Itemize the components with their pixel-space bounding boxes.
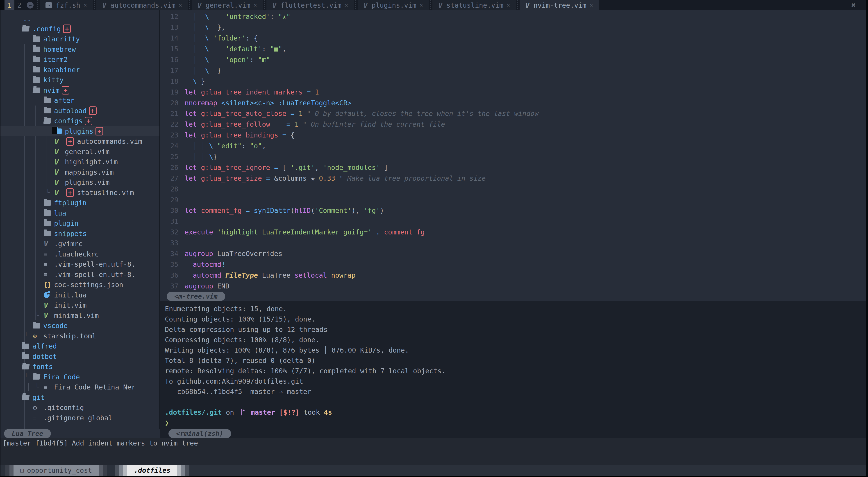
terminal-pane[interactable]: Enumerating objects: 15, done.Counting o… [160, 301, 866, 429]
close-all-icon[interactable]: ✖ [841, 0, 866, 10]
tree-item-coc-settings.json[interactable]: {}coc-settings.json [0, 280, 159, 290]
tree-item-init.lua[interactable]: init.lua [0, 290, 159, 300]
tree-item-karabiner[interactable]: karabiner [0, 65, 159, 75]
tree-item-dotbot[interactable]: dotbot [0, 351, 159, 362]
folder-open-icon [43, 118, 51, 124]
tree-item-plugins[interactable]: plugins+ [0, 126, 159, 137]
code-token [270, 164, 274, 171]
code-token: }, [209, 24, 225, 31]
tree-item-label: init.lua [54, 291, 87, 299]
line-number: 16 [160, 56, 185, 64]
tree-item-label: mappings.vim [65, 168, 114, 176]
code-token [197, 121, 201, 128]
gear-icon: ⚙ [33, 332, 37, 340]
tree-item-.vim-spell-en.utf-8.[interactable]: ≡.vim-spell-en.utf-8. [0, 270, 159, 280]
code-token: &columns ★ [270, 174, 319, 182]
tree-item-nvim[interactable]: nvim+ [0, 85, 159, 96]
code-token [299, 121, 303, 128]
session-refresh-icon[interactable]: ← [24, 0, 36, 10]
tree-item-autoload[interactable]: autoload+ [0, 106, 159, 116]
code-editor[interactable]: 12 │ \ 'untracked': "★"13 │ \ },14 │ \ '… [160, 10, 866, 292]
tree-item-.config[interactable]: .config+ [0, 24, 159, 34]
tab-close-icon[interactable]: × [420, 2, 423, 8]
tree-item-mappings.vim[interactable]: Vmappings.vim [0, 167, 159, 177]
tab-close-icon[interactable]: × [83, 2, 87, 8]
tree-item-ftplugin[interactable]: ftplugin [0, 198, 159, 208]
tmux-window-.dotfiles[interactable]: .dotfiles [115, 465, 190, 476]
tab-close-icon[interactable]: × [253, 2, 257, 8]
tree-item-starship.toml[interactable]: └⚙starship.toml [0, 331, 159, 341]
code-token: \ [209, 142, 213, 150]
tree-item-after[interactable]: after [0, 95, 159, 106]
tab-fzf.sh[interactable]: >fzf.sh× [40, 0, 93, 10]
code-line-text: autocmd! [185, 261, 225, 268]
code-token: let [185, 207, 197, 214]
tree-item-.gitconfig[interactable]: ⚙.gitconfig [0, 403, 159, 413]
tree-item-Fira-Code-Retina-Ner[interactable]: │└≡Fira Code Retina Ner [0, 382, 159, 393]
buffer-tabs: >fzf.sh×Vautocommands.vim×Vgeneral.vim×V… [40, 0, 599, 10]
tab-plugins.vim[interactable]: Vplugins.vim× [358, 0, 429, 10]
line-number: 14 [160, 34, 185, 42]
tab-label: autocommands.vim [111, 1, 176, 9]
tree-item-minimal.vim[interactable]: └Vminimal.vim [0, 310, 159, 321]
tree-item-label: git [32, 394, 44, 401]
tree-item-autocommands.vim[interactable]: V+autocommands.vim [0, 136, 159, 147]
code-token [278, 131, 282, 139]
tree-item-general.vim[interactable]: Vgeneral.vim [0, 147, 159, 157]
tmux-window-opportunitycost[interactable]: □opportunity_cost [5, 465, 107, 476]
tree-item-alfred[interactable]: alfred [0, 341, 159, 351]
tab-autocommands.vim[interactable]: Vautocommands.vim× [96, 0, 188, 10]
tree-item-label: plugin [54, 219, 79, 227]
tab-close-icon[interactable]: × [345, 2, 348, 8]
tree-item-label: alfred [32, 342, 57, 350]
tree-item-git[interactable]: git [0, 393, 159, 403]
tree-item-statusline.vim[interactable]: └V+statusline.vim [0, 188, 159, 198]
tree-item-configs[interactable]: configs+ [0, 116, 159, 126]
tree-item-alacritty[interactable]: alacritty [0, 34, 159, 44]
tab-window-number[interactable]: 2 [14, 0, 24, 10]
code-token [221, 271, 225, 279]
tab-nvim-tree.vim[interactable]: Vnvim-tree.vim× [520, 0, 599, 10]
file-tree-panel: ...config+alacrittyhomebrewiterm2karabin… [0, 10, 160, 429]
tree-item-homebrew[interactable]: homebrew [0, 44, 159, 55]
code-line: 13 │ \ }, [160, 22, 866, 33]
terminal-line: Counting objects: 100% (15/15), done. [165, 314, 866, 324]
tree-item-..[interactable]: .. [0, 13, 159, 24]
tree-item-fonts[interactable]: fonts [0, 362, 159, 372]
tree-item-snippets[interactable]: snippets [0, 229, 159, 239]
tab-window-number[interactable]: 1 [4, 0, 14, 10]
tab-close-icon[interactable]: × [179, 2, 182, 8]
tree-item-init.vim[interactable]: Vinit.vim [0, 300, 159, 310]
tree-item-highlight.vim[interactable]: Vhighlight.vim [0, 157, 159, 167]
code-line: 17 │ \ } [160, 65, 866, 76]
tree-item-kitty[interactable]: kitty [0, 75, 159, 85]
terminal-cursor-line[interactable]: ❯ [165, 417, 866, 428]
tab-close-icon[interactable]: × [590, 2, 593, 8]
tab-general.vim[interactable]: Vgeneral.vim× [192, 0, 263, 10]
tree-item-Fira-Code[interactable]: └Fira Code [0, 372, 159, 382]
folder-icon [44, 210, 51, 216]
code-token: ( [311, 207, 315, 214]
code-line: 30let comment_fg = synIDattr(hlID('Comme… [160, 205, 866, 216]
code-token: 1 [299, 110, 303, 117]
tree-item-.vim-spell-en.utf-8.[interactable]: ≡.vim-spell-en.utf-8. [0, 259, 159, 270]
tab-fluttertest.vim[interactable]: Vfluttertest.vim× [267, 0, 354, 10]
line-number: 28 [160, 185, 185, 193]
code-line: 21let g:lua_tree_auto_close = 1 " 0 by d… [160, 108, 866, 119]
tree-item-.luacheckrc[interactable]: ≡.luacheckrc [0, 249, 159, 260]
line-number: 19 [160, 88, 185, 96]
tab-statusline.vim[interactable]: Vstatusline.vim× [432, 0, 516, 10]
tree-item-.gvimrc[interactable]: V.gvimrc [0, 239, 159, 249]
tree-item-label: statusline.vim [77, 189, 134, 197]
tree-item-plugin[interactable]: plugin [0, 218, 159, 229]
tree-item-plugins.vim[interactable]: Vplugins.vim [0, 177, 159, 188]
folder-open-icon [44, 118, 53, 124]
code-token [209, 34, 213, 42]
tree-item-iterm2[interactable]: iterm2 [0, 55, 159, 65]
tab-close-icon[interactable]: × [506, 2, 510, 8]
tree-item-.gitignore-global[interactable]: ≡.gitignore_global [0, 413, 159, 423]
prompt-text: on [222, 408, 238, 416]
tree-item-vscode[interactable]: vscode [0, 320, 159, 331]
tree-item-lua[interactable]: lua [0, 208, 159, 218]
code-token: "★" [278, 12, 290, 21]
